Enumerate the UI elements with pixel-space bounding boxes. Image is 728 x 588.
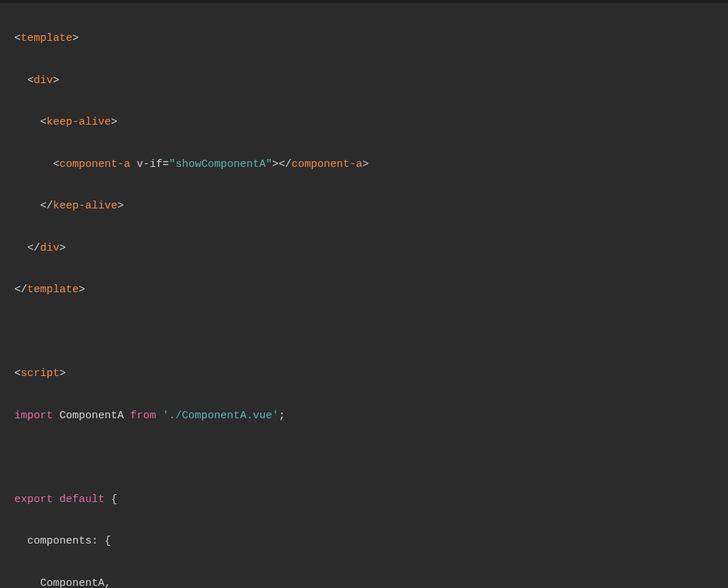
punct-eq: = <box>162 158 169 170</box>
punct-close: > <box>59 242 66 254</box>
tag-div-close: div <box>40 242 59 254</box>
space <box>105 493 111 506</box>
kw-export: export <box>14 493 53 506</box>
tag-template-close: template <box>27 284 79 296</box>
attr-v-if: v-if <box>137 158 162 170</box>
tag-keep-alive: keep-alive <box>47 116 111 128</box>
punct-open: </ <box>40 200 53 212</box>
punct-open: </ <box>14 284 27 296</box>
code-line: <keep-alive> <box>14 112 728 132</box>
space <box>130 158 137 170</box>
indent <box>14 200 40 212</box>
space <box>53 493 59 506</box>
tag-script: script <box>21 367 59 380</box>
punct-comma: , <box>105 577 111 588</box>
ident-componenta: ComponentA <box>59 410 124 422</box>
code-line: <div> <box>14 70 728 91</box>
punct-open: </ <box>27 242 40 254</box>
code-line: export default { <box>14 489 728 510</box>
tag-component-a-close: component-a <box>291 158 362 170</box>
punct-close: > <box>117 200 124 212</box>
tag-div: div <box>34 74 53 87</box>
kw-default: default <box>59 493 105 506</box>
quote: ' <box>272 410 278 422</box>
code-line: components: { <box>14 531 728 551</box>
tag-keep-alive-close: keep-alive <box>53 200 117 212</box>
code-line: </template> <box>14 279 728 300</box>
code-line: </keep-alive> <box>14 196 728 216</box>
string-path: ./ComponentA.vue <box>169 410 272 422</box>
punct-open: < <box>14 367 21 380</box>
punct-open: < <box>53 158 59 170</box>
tag-template: template <box>21 32 72 44</box>
code-line: ComponentA, <box>14 573 728 588</box>
code-line: <component-a v-if="showComponentA"></com… <box>14 154 728 175</box>
quote: " <box>266 158 272 170</box>
ident-componenta: ComponentA <box>40 577 105 588</box>
punct-semi: ; <box>278 410 285 422</box>
punct-open: </ <box>278 158 291 170</box>
code-line-blank <box>14 447 728 468</box>
punct-close: > <box>59 367 66 380</box>
punct-close: > <box>53 74 59 87</box>
code-line-blank <box>14 322 728 342</box>
punct-open: < <box>40 116 47 128</box>
indent <box>14 74 27 87</box>
punct-close: > <box>79 284 85 296</box>
space <box>98 535 105 547</box>
punct-close: > <box>362 158 369 170</box>
space <box>124 410 130 422</box>
code-editor-content[interactable]: <template> <div> <keep-alive> <component… <box>0 3 728 588</box>
punct-close: > <box>111 116 117 128</box>
space <box>53 410 59 422</box>
tag-component-a: component-a <box>59 158 130 170</box>
punct-colon: : <box>92 535 98 547</box>
quote: ' <box>162 410 169 422</box>
code-line: import ComponentA from './ComponentA.vue… <box>14 405 728 426</box>
code-line: <script> <box>14 363 728 384</box>
space <box>156 410 162 422</box>
punct-open: < <box>14 32 21 44</box>
indent <box>14 577 40 588</box>
kw-from: from <box>130 410 156 422</box>
indent <box>14 158 53 170</box>
punct-open: < <box>27 74 34 87</box>
code-line: <template> <box>14 28 728 49</box>
quote: " <box>169 158 175 170</box>
prop-components: components <box>27 535 92 547</box>
kw-import: import <box>14 410 53 422</box>
code-line: </div> <box>14 238 728 259</box>
punct-close: > <box>72 32 79 44</box>
attr-value: showComponentA <box>175 158 266 170</box>
punct-close: > <box>272 158 278 170</box>
punct-brace: { <box>105 535 111 547</box>
indent <box>14 116 40 128</box>
indent <box>14 242 27 254</box>
indent <box>14 535 27 547</box>
punct-brace: { <box>111 493 117 506</box>
